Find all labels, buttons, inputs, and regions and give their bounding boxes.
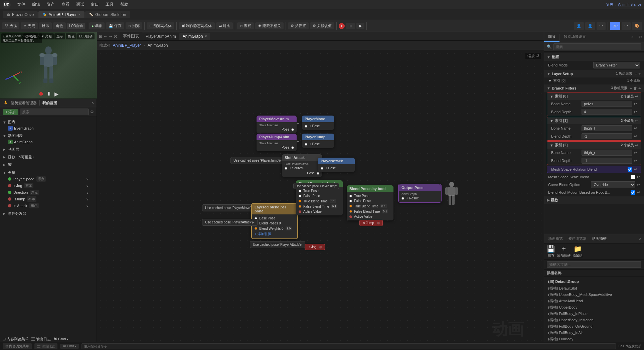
vp-perspective[interactable]: ◎ 透视: [23, 33, 38, 39]
f1-bone-input[interactable]: [582, 125, 632, 131]
slot-filter-input[interactable]: [547, 261, 641, 268]
toolbar-find[interactable]: ⊙ 查找: [237, 22, 254, 29]
output-log-btn[interactable]: ▤ 输出日志: [31, 337, 51, 342]
tab-preview-settings[interactable]: 预览场景设置: [560, 32, 590, 42]
toolbar-record[interactable]: ⏺: [339, 23, 345, 29]
parent-link[interactable]: 父关： Anim Instance: [606, 2, 641, 7]
config-header[interactable]: ▼ 配置: [544, 53, 644, 61]
f1-reset[interactable]: ↩: [635, 119, 638, 123]
vp-lod[interactable]: LOD自动: [77, 33, 95, 39]
record-btn[interactable]: ⏺: [38, 91, 44, 97]
save-slot-btn[interactable]: 💾 保存: [547, 245, 555, 258]
node-playerjump[interactable]: PlayerJump + Pose: [302, 134, 334, 148]
var-playerspeed-arrow[interactable]: ∨: [86, 177, 89, 181]
f1-bone-reset[interactable]: ↩: [634, 126, 637, 131]
root-motion-reset[interactable]: ↩: [637, 190, 640, 195]
eventgraph-item[interactable]: E EventGraph: [0, 125, 97, 131]
graph-canvas[interactable]: PlayerMoveAnim State Machine Pose + Play…: [97, 50, 544, 350]
bottom-console-input[interactable]: [82, 343, 616, 349]
output-log-bottom[interactable]: ▤ 输出日志: [34, 343, 57, 349]
close-animbp-tab[interactable]: ×: [78, 13, 80, 16]
bf-reset-icon[interactable]: ↩: [638, 86, 641, 91]
add-group-btn[interactable]: 📁 添加组: [573, 245, 583, 258]
node-cached-playerattack2[interactable]: Use cached pose 'PlayerAttack' ▶: [250, 241, 305, 248]
toolbar-save[interactable]: 💾 保存: [106, 22, 124, 29]
filter-0-header[interactable]: ▼ 索引 [0] 2 个成员 ↩: [547, 93, 641, 100]
graphs-header[interactable]: ▼ 图表: [0, 119, 97, 125]
menu-edit[interactable]: 编辑: [31, 1, 41, 8]
slot-fullbody-onground[interactable]: (插槽) FullBody_OnGround: [547, 323, 641, 330]
slot-defaultslot[interactable]: (插槽) DefaultSlot: [547, 285, 641, 292]
var-direction[interactable]: Direction 浮点 ∨: [0, 189, 97, 196]
f2-bone-input[interactable]: [582, 150, 632, 156]
content-browser-btn[interactable]: ⊡ 内容浏览菜单: [3, 337, 29, 342]
vp-character[interactable]: 角色: [66, 33, 76, 39]
slot-upperbody-inmotion[interactable]: (插槽) UpperBody_InMotion: [547, 317, 641, 323]
menu-window[interactable]: 窗口: [90, 1, 100, 8]
group-defaultgroup[interactable]: (组) DefaultGroup: [547, 278, 641, 285]
parent-label[interactable]: Anim Instance: [618, 2, 641, 6]
animgraphs-header[interactable]: ▼ 动画图表: [0, 133, 97, 139]
slot-armsandhead[interactable]: (插槽) ArmsAndHead: [547, 298, 641, 304]
tab-animbp[interactable]: 🎭 AnimBP_Player ×: [38, 11, 85, 18]
toolbar-hide-unrelated[interactable]: ◈ 隐藏不相关: [255, 22, 284, 29]
bp-search-input[interactable]: [20, 109, 89, 115]
toolbar-play[interactable]: ▶: [356, 23, 364, 29]
toolbar-preview-grid[interactable]: ⊞ 预览网格体: [147, 22, 174, 29]
toolbar-pause[interactable]: ⏸: [346, 23, 355, 29]
pause-btn[interactable]: ⏸: [46, 91, 52, 97]
f2-reset[interactable]: ↩: [635, 143, 638, 148]
toolbar-diff[interactable]: ⇄ 对比: [216, 22, 233, 29]
tab-anim-slots[interactable]: 动画插槽: [591, 235, 608, 242]
bf-delete-icon[interactable]: 🗑: [633, 86, 637, 90]
toolbar-compile[interactable]: ♦ 译器: [89, 22, 105, 29]
toolbar-show[interactable]: 显示: [39, 22, 52, 29]
node-playerjumpanim[interactable]: PlayerJumpAnim State Machine Pose: [257, 134, 297, 151]
menu-tools[interactable]: 工具: [104, 1, 115, 8]
toolbar-more2[interactable]: ⋯: [622, 22, 631, 30]
add-pin[interactable]: + 添加引脚: [255, 231, 295, 237]
node-output-pose[interactable]: Output Pose AnimGraph + Result: [398, 184, 442, 203]
slot-upperbody[interactable]: (插槽) UpperBody: [547, 304, 641, 311]
add-slot-btn[interactable]: + 添加插槽: [557, 245, 571, 258]
animgraph-item[interactable]: A AnimGraph: [0, 139, 97, 145]
toolbar-character[interactable]: 角色: [53, 22, 66, 29]
f0-depth-reset[interactable]: ↩: [634, 110, 637, 114]
curve-blend-select[interactable]: Override: [591, 181, 636, 188]
f2-depth-reset[interactable]: ↩: [634, 158, 637, 163]
f1-depth-reset[interactable]: ↩: [634, 134, 637, 139]
slot-fullbody[interactable]: (插槽) FullBody: [547, 336, 641, 342]
var-isjog[interactable]: IsJog 布尔 ∨: [0, 182, 97, 189]
toolbar-defaults[interactable]: ⚙ 关默认值: [310, 22, 334, 29]
var-isjump[interactable]: IsJump 布尔 ∨: [0, 196, 97, 202]
bp-settings-icon[interactable]: ⚙: [90, 110, 94, 114]
menu-asset[interactable]: 资产: [45, 1, 56, 8]
toolbar-static-mesh[interactable]: ▣ 制作静态网格体: [179, 22, 214, 29]
node-playerattack[interactable]: PlayerAttack + Pose: [318, 158, 355, 172]
layer-reset-icon[interactable]: ↩: [638, 72, 641, 76]
slot-fullbody-inplace[interactable]: (插槽) FullBody_InPlace: [547, 311, 641, 317]
close-bp[interactable]: ×: [92, 101, 94, 105]
node-isjog[interactable]: Is Jog: [305, 244, 325, 250]
toolbar-blueprint-btn[interactable]: BP: [610, 22, 620, 30]
slot-fullbody-inair[interactable]: (插槽) FullBody_InAir: [547, 330, 641, 336]
var-isjog-arrow[interactable]: ∨: [86, 184, 89, 188]
home-btn[interactable]: ⊙: [114, 34, 118, 39]
toolbar-icon1[interactable]: 👤: [574, 22, 584, 30]
variables-header[interactable]: ▼ 变量: [0, 169, 97, 176]
macros-header[interactable]: ▶ 宏: [0, 162, 97, 168]
toolbar-paint[interactable]: 🎨: [632, 22, 642, 30]
filter-1-header[interactable]: ▼ 索引 [1] 2 个成员 ↩: [547, 117, 641, 124]
slot-upperbody-additive[interactable]: (插槽) UpperBody_MeshSpaceAdditive: [547, 292, 641, 298]
var-isattack[interactable]: Is Attack 布尔 ∨: [0, 202, 97, 209]
branch-filters-header[interactable]: ▼ Branch Filters 3 数组元素 + 🗑 ↩: [544, 84, 644, 92]
cmd-bottom[interactable]: ⌘ Cmd •: [60, 344, 79, 349]
tab-animgraph[interactable]: AnimGraph ×: [179, 33, 210, 40]
node-cached-playerjump[interactable]: Use cached pose 'PlayerJump' ▶: [230, 157, 285, 164]
f1-depth-input[interactable]: [582, 133, 632, 139]
tab-skeleton[interactable]: 🦴 Gideon_Skeleton: [85, 11, 130, 18]
toolbar-more[interactable]: ⋯: [597, 22, 606, 30]
f0-reset[interactable]: ↩: [635, 94, 638, 99]
close-bottom-panel[interactable]: ×: [639, 236, 641, 241]
layer-index-0-header[interactable]: ▼ 索引 [0] 1 个成员: [548, 78, 640, 83]
